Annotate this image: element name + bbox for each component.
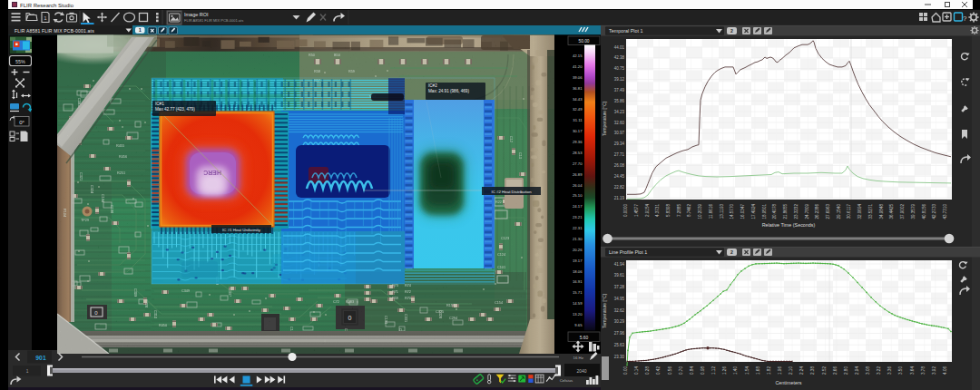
svg-text:39.61: 39.61 (614, 273, 625, 278)
svg-text:14.59: 14.59 (573, 301, 583, 306)
svg-text:34.23: 34.23 (614, 110, 625, 114)
svg-text:15.71: 15.71 (573, 290, 583, 295)
svg-text:2.94: 2.94 (855, 366, 859, 375)
svg-text:FLIR A8581 FLIR MIX PCB-0001.a: FLIR A8581 FLIR MIX PCB-0001.ats (15, 28, 94, 34)
svg-text:16.91: 16.91 (573, 279, 583, 284)
svg-text:30.17: 30.17 (573, 129, 583, 133)
svg-text:Image ROI: Image ROI (184, 12, 209, 17)
svg-text:34.9848: 34.9848 (879, 204, 884, 219)
svg-text:14.5770: 14.5770 (730, 204, 734, 219)
svg-text:0.70: 0.70 (679, 366, 683, 375)
svg-text:9.65: 9.65 (574, 323, 583, 327)
svg-text:?: ? (963, 15, 967, 23)
svg-text:41.20: 41.20 (573, 64, 583, 69)
svg-text:Max: 24.91 (986, 469): Max: 24.91 (986, 469) (428, 89, 469, 93)
svg-text:29.34: 29.34 (614, 141, 625, 146)
svg-text:2.80: 2.80 (844, 366, 848, 375)
svg-text:34.43: 34.43 (573, 97, 583, 102)
svg-text:1.82: 1.82 (767, 366, 771, 375)
svg-text:5.8308: 5.8308 (666, 204, 671, 217)
svg-text:0.98: 0.98 (701, 366, 705, 375)
svg-text:901: 901 (35, 355, 46, 361)
svg-text:2.10: 2.10 (789, 366, 793, 375)
svg-text:37.28: 37.28 (614, 285, 625, 289)
svg-text:37.9002: 37.9002 (900, 204, 905, 219)
svg-text:1.40: 1.40 (733, 366, 738, 375)
svg-text:50.00: 50.00 (578, 39, 589, 44)
svg-text:2.66: 2.66 (833, 366, 838, 375)
svg-text:0.00: 0.00 (623, 366, 628, 375)
svg-text:26.08: 26.08 (614, 163, 625, 168)
svg-text:0.0000: 0.0000 (623, 204, 628, 217)
svg-text:21.30: 21.30 (573, 237, 583, 241)
svg-text:IC #2 Heat Distribution: IC #2 Heat Distribution (491, 190, 532, 194)
svg-text:39.12: 39.12 (614, 77, 625, 82)
svg-text:3.64: 3.64 (910, 366, 915, 375)
svg-text:4.3731: 4.3731 (655, 204, 660, 217)
svg-text:42.15: 42.15 (573, 54, 583, 58)
svg-text:11.6616: 11.6616 (709, 204, 713, 219)
svg-text:29.36: 29.36 (573, 140, 583, 144)
svg-text:IC#2: IC#2 (428, 83, 437, 88)
svg-text:21.19: 21.19 (614, 196, 625, 200)
svg-text:32.49: 32.49 (573, 107, 583, 112)
svg-text:39.3579: 39.3579 (911, 204, 916, 219)
svg-text:3.36: 3.36 (887, 366, 892, 375)
svg-text:17.4924: 17.4924 (751, 204, 756, 219)
svg-text:1: 1 (26, 369, 29, 374)
svg-text:0.56: 0.56 (668, 366, 672, 375)
svg-text:Centimeters: Centimeters (775, 380, 801, 385)
svg-text:33.5271: 33.5271 (868, 204, 873, 219)
svg-text:2: 2 (730, 28, 733, 34)
svg-text:25.63: 25.63 (614, 343, 625, 347)
svg-text:FLIR Research Studio: FLIR Research Studio (20, 3, 74, 8)
svg-text:1.96: 1.96 (778, 366, 782, 375)
svg-text:IC#1: IC#1 (155, 102, 164, 106)
svg-text:1.54: 1.54 (745, 366, 750, 375)
svg-text:2040: 2040 (576, 368, 586, 374)
svg-text:5.60: 5.60 (580, 336, 589, 340)
svg-text:7.2885: 7.2885 (677, 204, 681, 217)
svg-text:32.60: 32.60 (614, 121, 625, 125)
svg-text:55%: 55% (15, 59, 25, 64)
svg-text:Max 42.77 (423, 479): Max 42.77 (423, 479) (155, 107, 195, 112)
svg-text:1.68: 1.68 (756, 366, 760, 375)
svg-text:36.81: 36.81 (573, 86, 583, 91)
svg-text:24.7809: 24.7809 (805, 204, 809, 219)
svg-text:24.17: 24.17 (573, 204, 583, 209)
svg-text:3.78: 3.78 (921, 366, 926, 375)
svg-text:42.2733: 42.2733 (932, 204, 936, 219)
svg-text:23.30: 23.30 (614, 355, 625, 359)
svg-text:26.89: 26.89 (573, 172, 583, 177)
svg-text:1.12: 1.12 (711, 366, 716, 375)
svg-text:39.06: 39.06 (573, 75, 583, 80)
svg-text:3.92: 3.92 (932, 366, 936, 375)
svg-text:35.86: 35.86 (614, 99, 625, 103)
svg-text:36.4425: 36.4425 (889, 204, 894, 219)
svg-text:27.70: 27.70 (573, 161, 583, 166)
svg-text:25.10: 25.10 (573, 193, 583, 198)
svg-text:21.8655: 21.8655 (783, 204, 788, 219)
svg-text:27.71: 27.71 (614, 152, 625, 157)
svg-text:30.29: 30.29 (614, 319, 625, 324)
svg-text:2.24: 2.24 (799, 366, 804, 375)
svg-text:40.75: 40.75 (614, 66, 625, 71)
svg-text:19.17: 19.17 (573, 258, 583, 263)
svg-text:43.7310: 43.7310 (943, 204, 947, 219)
svg-text:26.2386: 26.2386 (815, 204, 819, 219)
svg-text:23.3232: 23.3232 (794, 204, 799, 219)
svg-text:31.11: 31.11 (573, 118, 583, 122)
svg-text:16 Hz: 16 Hz (573, 356, 583, 360)
svg-text:27.6963: 27.6963 (826, 204, 830, 219)
svg-text:4.06: 4.06 (943, 366, 947, 375)
svg-text:0.42: 0.42 (656, 366, 661, 375)
svg-text:20.26: 20.26 (573, 248, 583, 252)
svg-text:34.95: 34.95 (614, 297, 625, 301)
svg-text:30.6117: 30.6117 (847, 204, 851, 219)
svg-text:1.26: 1.26 (722, 366, 727, 375)
svg-text:1.4577: 1.4577 (634, 204, 639, 217)
svg-text:10.2039: 10.2039 (698, 204, 702, 219)
svg-text:28.53: 28.53 (573, 151, 583, 155)
svg-text:8.7462: 8.7462 (687, 204, 691, 217)
svg-text:2.38: 2.38 (810, 366, 815, 375)
